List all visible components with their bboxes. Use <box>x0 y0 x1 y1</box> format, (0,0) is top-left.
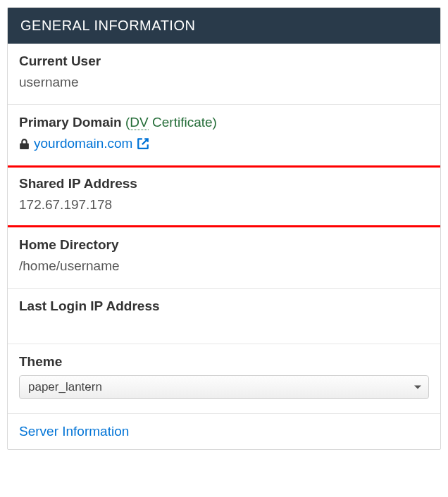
row-shared-ip: Shared IP Address 172.67.197.178 <box>8 166 440 227</box>
panel-title: GENERAL INFORMATION <box>8 8 440 44</box>
theme-select-wrap: paper_lantern <box>19 375 429 399</box>
primary-domain-link[interactable]: yourdomain.com <box>34 136 132 151</box>
value-current-user: username <box>19 75 429 90</box>
value-shared-ip: 172.67.197.178 <box>19 197 429 213</box>
highlight-box <box>7 165 441 227</box>
theme-select[interactable]: paper_lantern <box>19 375 429 399</box>
label-shared-ip: Shared IP Address <box>19 176 429 191</box>
label-theme: Theme <box>19 354 429 370</box>
general-information-panel: GENERAL INFORMATION Current User usernam… <box>7 7 441 450</box>
row-home-directory: Home Directory /home/username <box>8 227 440 289</box>
row-primary-domain: Primary Domain (DV Certificate) yourdoma… <box>8 105 440 166</box>
server-information-link[interactable]: Server Information <box>19 424 129 439</box>
dv-abbr: DV <box>130 115 148 130</box>
external-link-icon[interactable] <box>137 137 149 150</box>
lock-icon <box>19 138 30 150</box>
label-last-login-ip: Last Login IP Address <box>19 298 429 314</box>
primary-domain-value-line: yourdomain.com <box>19 136 429 151</box>
primary-domain-label-text: Primary Domain <box>19 115 122 130</box>
dv-certificate-badge: (DV Certificate) <box>125 115 217 130</box>
row-theme: Theme paper_lantern <box>8 344 440 414</box>
value-home-directory: /home/username <box>19 258 429 274</box>
row-last-login-ip: Last Login IP Address <box>8 289 440 344</box>
label-current-user: Current User <box>19 54 429 69</box>
chevron-down-icon <box>414 386 421 389</box>
label-home-directory: Home Directory <box>19 237 429 253</box>
row-server-information: Server Information <box>8 414 440 449</box>
label-primary-domain: Primary Domain (DV Certificate) <box>19 115 429 130</box>
theme-select-value: paper_lantern <box>28 380 102 394</box>
row-current-user: Current User username <box>8 44 440 105</box>
